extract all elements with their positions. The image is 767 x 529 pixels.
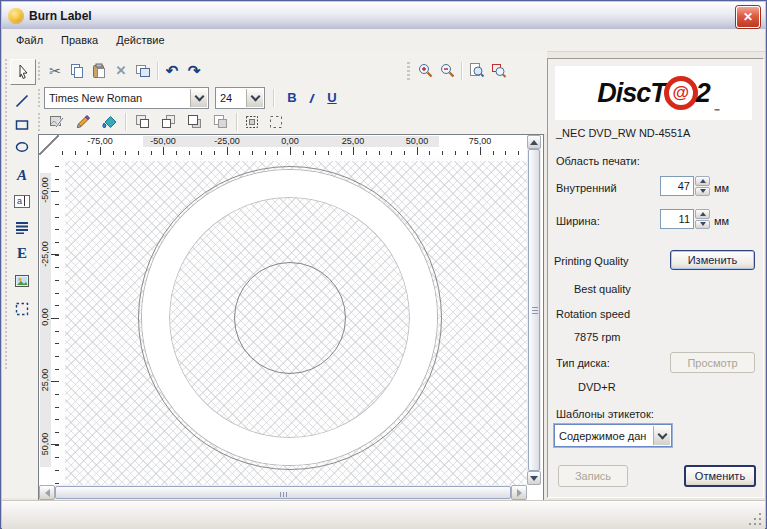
font-family-dropdown[interactable] [190, 89, 207, 107]
resize-grip[interactable] [749, 513, 761, 525]
copy-icon [69, 63, 85, 79]
selection-corners-icon [268, 114, 284, 130]
cancel-button[interactable]: Отменить [684, 465, 756, 487]
chevron-down-icon [657, 429, 667, 439]
close-button[interactable]: ✕ [736, 6, 760, 28]
font-size-value: 24 [216, 92, 232, 104]
arrow-down-icon [530, 476, 538, 481]
scroll-down-button[interactable] [527, 471, 541, 485]
redo-button[interactable]: ↷ [183, 60, 205, 82]
menu-edit[interactable]: Правка [53, 31, 106, 49]
spin-down-button[interactable] [695, 220, 710, 230]
copy-button[interactable] [66, 60, 88, 82]
text-edit-icon: a [14, 195, 30, 208]
send-backward-button[interactable] [181, 111, 207, 133]
rotation-speed-label: Rotation speed [556, 308, 630, 320]
disc-hub-circle [234, 262, 346, 374]
preview-zoom-button[interactable] [465, 60, 487, 82]
arrow-down-icon [700, 222, 706, 226]
printing-quality-label: Printing Quality [554, 255, 629, 267]
image-tool-button[interactable] [10, 269, 34, 293]
duplicate-button[interactable] [132, 60, 154, 82]
toolbar-zoom [405, 58, 509, 83]
ellipse-icon [14, 139, 30, 155]
horizontal-scrollbar[interactable] [39, 485, 527, 500]
arrow-down-icon [700, 189, 706, 193]
width-label: Ширина: [556, 215, 600, 227]
image-wizard-button[interactable] [44, 111, 70, 133]
cut-button[interactable]: ✂ [44, 60, 66, 82]
logo-box: DiscT@2 ™ [555, 66, 752, 120]
width-spinner[interactable] [695, 209, 710, 229]
inner-diameter-spinner[interactable] [695, 176, 710, 196]
scroll-right-button[interactable] [511, 485, 527, 500]
text-edit-tool-button[interactable]: a [10, 189, 34, 213]
hscroll-thumb[interactable] [55, 486, 511, 499]
bring-forward-button[interactable] [155, 111, 181, 133]
rectangle-icon [14, 117, 30, 133]
font-size-dropdown[interactable] [246, 89, 263, 107]
change-quality-button[interactable]: Изменить [670, 250, 755, 270]
text-tool-button[interactable]: A [10, 163, 34, 187]
template-dropdown[interactable] [653, 426, 670, 445]
fill-button[interactable] [96, 111, 122, 133]
spin-down-button[interactable] [695, 187, 710, 197]
vscroll-thumb[interactable] [528, 149, 540, 471]
hruler-label: 50,00 [406, 136, 429, 146]
preview-button[interactable]: Просмотр [670, 352, 755, 373]
underline-button[interactable]: U [322, 88, 342, 108]
toolbar-gripper[interactable] [407, 62, 410, 80]
italic-button[interactable]: I [300, 88, 324, 108]
menu-action[interactable]: Действие [108, 31, 172, 49]
window-title: Burn Label [29, 9, 92, 23]
send-to-back-button[interactable] [207, 111, 233, 133]
line-tool-button[interactable] [10, 89, 34, 113]
title-bar: Burn Label ✕ [2, 2, 765, 30]
font-size-combo[interactable]: 24 [215, 87, 265, 109]
app-icon [8, 8, 24, 24]
zoom-in-button[interactable] [414, 60, 436, 82]
ellipse-tool-button[interactable] [10, 135, 34, 159]
width-input[interactable]: 11 [660, 209, 694, 229]
delete-button[interactable]: ✕ [110, 60, 132, 82]
toolbar-standard: ✂ ✕ ↶ ↷ [35, 58, 205, 83]
spin-up-button[interactable] [695, 176, 710, 186]
font-family-value: Times New Roman [45, 92, 142, 104]
arrow-up-icon [700, 212, 706, 216]
rectangle-tool-button[interactable] [10, 113, 34, 137]
spin-up-button[interactable] [695, 209, 710, 219]
select-all-button[interactable] [264, 111, 288, 133]
label-page[interactable] [59, 155, 527, 485]
vertical-scrollbar[interactable] [527, 135, 541, 485]
undo-button[interactable]: ↶ [161, 60, 183, 82]
marquee-tool-button[interactable] [10, 297, 34, 321]
inner-diameter-input[interactable]: 47 [660, 176, 694, 196]
list-tool-button[interactable] [10, 215, 34, 239]
bring-to-front-button[interactable] [129, 111, 155, 133]
zoom-selection-button[interactable] [487, 60, 509, 82]
write-button[interactable]: Запись [558, 465, 628, 487]
menu-file[interactable]: Файл [8, 31, 51, 49]
toolbar-separator [273, 89, 274, 107]
select-object-button[interactable] [240, 111, 264, 133]
print-area-label: Область печати: [556, 155, 640, 167]
bold-button[interactable]: B [282, 88, 302, 108]
select-tool-button[interactable] [10, 59, 36, 85]
scroll-left-button[interactable] [39, 485, 55, 500]
pencil-icon [75, 114, 91, 130]
font-family-combo[interactable]: Times New Roman [44, 87, 209, 109]
template-combo[interactable]: Содержимое дан [554, 424, 672, 447]
pencil-button[interactable] [70, 111, 96, 133]
hruler-label: 25,00 [342, 136, 365, 146]
paste-button[interactable] [88, 60, 110, 82]
toolbar-separator [461, 62, 462, 80]
zoom-out-icon [439, 62, 456, 79]
scroll-up-button[interactable] [527, 135, 541, 149]
palette-gripper[interactable] [5, 59, 7, 369]
send-to-back-icon [212, 113, 229, 130]
text-effect-tool-button[interactable]: E [10, 241, 34, 265]
image-icon [14, 273, 31, 289]
ruler-corner [39, 135, 59, 155]
text-tool-icon: A [17, 167, 27, 184]
zoom-out-button[interactable] [436, 60, 458, 82]
